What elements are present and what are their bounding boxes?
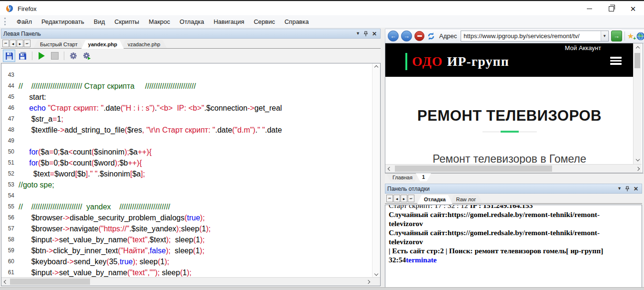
code-line-53: 53//goto spe; bbox=[1, 179, 380, 190]
go-arrow-icon: → bbox=[614, 32, 620, 40]
terminate-link[interactable]: terminate bbox=[406, 256, 437, 264]
menu-item-edit[interactable]: Редактировать bbox=[37, 16, 89, 27]
tab-quick-start[interactable]: Быстрый Старт bbox=[33, 40, 84, 48]
menu-item-debug[interactable]: Отладка bbox=[175, 16, 209, 27]
browser-tab-page-1[interactable]: 1 bbox=[416, 173, 431, 181]
left-panel: Левая Панель ▼ ✕ ⏮ ◀ ▶ ⏭ Быстрый Стартya… bbox=[1, 29, 381, 286]
code-editor[interactable]: 4344// //////////////////////// Старт ск… bbox=[1, 63, 381, 286]
globe-button[interactable] bbox=[636, 32, 644, 41]
menu-item-scripts[interactable]: Скрипты bbox=[110, 16, 144, 27]
tab-scroll-first-button[interactable]: ⏮ bbox=[386, 195, 393, 202]
scroll-right-button[interactable] bbox=[634, 165, 642, 173]
menu-item-view[interactable]: Вид bbox=[89, 16, 110, 27]
left-panel-header: Левая Панель ▼ ✕ bbox=[1, 29, 381, 39]
browser-tab-bar: Главная1 bbox=[385, 173, 644, 183]
scroll-down-button[interactable] bbox=[634, 155, 642, 163]
editor-vertical-scrollbar[interactable] bbox=[372, 63, 380, 278]
browser-tab-home[interactable]: Главная bbox=[386, 174, 419, 182]
left-panel-menu-button[interactable]: ▼ bbox=[356, 31, 360, 36]
scroll-up-button[interactable] bbox=[634, 44, 642, 52]
editor-horizontal-scrollbar[interactable] bbox=[1, 277, 380, 286]
back-button[interactable]: ← bbox=[388, 31, 399, 41]
debug-panel-menu-button[interactable]: ▼ bbox=[617, 186, 622, 191]
address-input[interactable] bbox=[461, 32, 600, 40]
close-button[interactable]: ✕ bbox=[622, 2, 644, 15]
tab-scroll-next-button[interactable]: ▶ bbox=[401, 195, 407, 202]
tab-scroll-first-button[interactable]: ⏮ bbox=[2, 40, 9, 47]
menu-item-service[interactable]: Сервис bbox=[249, 16, 280, 27]
menu-item-help[interactable]: Справка bbox=[280, 16, 313, 27]
panel-splitter[interactable] bbox=[381, 28, 385, 286]
scrollbar-thumb[interactable] bbox=[10, 279, 90, 285]
browser-viewport[interactable]: Мой Аккаунт ОДОИР-групп РЕМОНТ ТЕЛЕВИЗОР… bbox=[385, 43, 642, 164]
scroll-up-button[interactable] bbox=[372, 63, 380, 71]
debug-output[interactable]: Старт скрипт: 17 : 32 : 12 IP : 151.249.… bbox=[385, 205, 642, 288]
title-bar: Firefox ✕ bbox=[0, 2, 644, 15]
line-number: 55 bbox=[1, 201, 14, 212]
line-text: $btn->click_by_inner_text("Найти",false)… bbox=[19, 245, 204, 256]
code-line-60: 60 $keyboard->send_key(35,true); sleep(1… bbox=[1, 256, 380, 267]
scroll-left-button[interactable] bbox=[1, 278, 10, 286]
line-number: 44 bbox=[1, 81, 14, 92]
menu-toggle-button[interactable] bbox=[610, 57, 622, 65]
restore-button[interactable] bbox=[600, 2, 622, 15]
debug-tab-debug[interactable]: Отладка bbox=[417, 195, 453, 204]
favorites-button[interactable]: ★+ bbox=[627, 32, 634, 40]
tab-scroll-last-button[interactable]: ⏭ bbox=[408, 195, 414, 202]
chevron-left-icon bbox=[3, 280, 7, 283]
back-arrow-icon: ← bbox=[390, 33, 396, 39]
refresh-button[interactable] bbox=[427, 32, 435, 41]
account-link[interactable]: Мой Аккаунт bbox=[565, 44, 601, 52]
save-all-button[interactable] bbox=[17, 50, 29, 62]
scrollbar-thumb[interactable] bbox=[634, 53, 640, 68]
code-line-46: 46 echo "Старт скрипт: ".date("H : i : s… bbox=[1, 103, 380, 114]
go-button[interactable]: → bbox=[611, 31, 622, 41]
tab-scroll-last-button[interactable]: ⏭ bbox=[24, 40, 30, 47]
hamburger-icon bbox=[610, 57, 622, 59]
line-number: 46 bbox=[1, 103, 14, 114]
code-line-51: 51 for($b=0;$b<count($word);$b++){ bbox=[1, 157, 380, 168]
line-text: start: bbox=[19, 92, 46, 103]
toolbar-grip[interactable] bbox=[4, 18, 7, 25]
run-settings-button[interactable] bbox=[81, 50, 92, 62]
gear-play-icon bbox=[83, 52, 91, 60]
left-panel-close-button[interactable]: ✕ bbox=[372, 31, 377, 37]
tab-vzadache-php[interactable]: vzadache.php bbox=[121, 40, 167, 48]
address-dropdown-button[interactable]: ▼ bbox=[601, 31, 608, 41]
refresh-icon bbox=[427, 32, 435, 41]
editor-toolbar bbox=[1, 49, 381, 63]
stop-nav-button[interactable] bbox=[414, 31, 424, 41]
menu-item-file[interactable]: Файл bbox=[12, 16, 37, 27]
left-panel-pin-button[interactable] bbox=[364, 31, 368, 36]
page-vertical-scrollbar[interactable] bbox=[633, 43, 642, 164]
save-button[interactable] bbox=[3, 50, 15, 62]
scroll-right-button[interactable] bbox=[364, 278, 372, 286]
debug-tab-raw-log[interactable]: Raw лог bbox=[450, 195, 483, 203]
scrollbar-thumb[interactable] bbox=[395, 166, 552, 172]
debug-panel-close-button[interactable]: ✕ bbox=[634, 186, 638, 192]
run-button[interactable] bbox=[36, 50, 47, 62]
chevron-down-icon bbox=[374, 272, 378, 276]
line-text: for($b=0;$b<count($word);$b++){ bbox=[19, 157, 142, 168]
scroll-left-button[interactable] bbox=[385, 165, 393, 173]
line-number: 54 bbox=[1, 190, 14, 201]
code-line-59: 59 $btn->click_by_inner_text("Найти",fal… bbox=[1, 245, 380, 256]
site-logo[interactable]: ОДОИР-групп bbox=[405, 53, 509, 70]
tab-scroll-prev-button[interactable]: ◀ bbox=[393, 195, 400, 202]
menu-item-macro[interactable]: Макрос bbox=[144, 16, 175, 27]
settings-button[interactable] bbox=[68, 50, 79, 62]
tab-scroll-prev-button[interactable]: ◀ bbox=[10, 40, 16, 47]
forward-button[interactable]: → bbox=[401, 31, 412, 41]
tab-yandex-php[interactable]: yandex.php bbox=[81, 40, 124, 49]
log-line-3: Случайный сайт:https://gomel.redsale.by/… bbox=[389, 228, 638, 237]
page-horizontal-scrollbar[interactable] bbox=[385, 164, 642, 173]
debug-panel-pin-button[interactable] bbox=[625, 186, 630, 191]
code-area[interactable]: 4344// //////////////////////// Старт ск… bbox=[1, 63, 380, 277]
scroll-down-button[interactable] bbox=[372, 270, 380, 278]
menu-item-navigation[interactable]: Навигация bbox=[209, 16, 249, 27]
minimize-button[interactable] bbox=[578, 2, 600, 15]
address-box: ▼ bbox=[461, 31, 608, 41]
menu-bar: ФайлРедактироватьВидСкриптыМакросОтладка… bbox=[0, 15, 644, 28]
stop-button[interactable] bbox=[49, 50, 60, 62]
tab-scroll-next-button[interactable]: ▶ bbox=[17, 40, 23, 47]
